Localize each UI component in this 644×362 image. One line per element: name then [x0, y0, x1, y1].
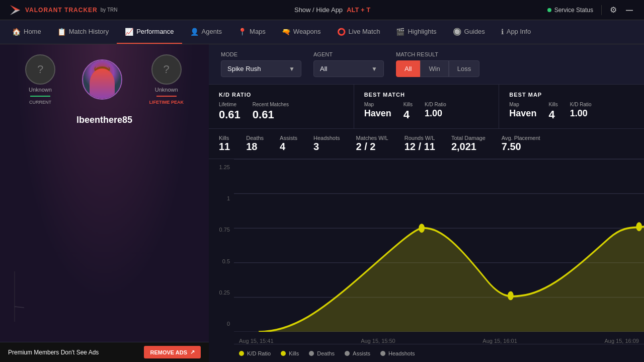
stats-cards: K/D RATIO Lifetime 0.61 Recent Matches 0… [209, 85, 644, 129]
nav-maps[interactable]: 📍 Maps [230, 20, 274, 44]
best-map-kd-col: K/D Ratio 1.00 [570, 102, 592, 121]
mode-filter-label: Mode [221, 51, 301, 57]
mode-filter-group: Mode Spike Rush ▼ [221, 51, 301, 77]
legend-assists-dot [345, 351, 350, 356]
y-label-05: 0.5 [213, 258, 230, 264]
legend-deaths: Deaths [309, 350, 335, 356]
result-all-button[interactable]: All [396, 60, 420, 77]
nav-weapons[interactable]: 🔫 Weapons [274, 20, 329, 44]
service-status: Service Status [547, 7, 593, 14]
result-win-button[interactable]: Win [420, 60, 448, 77]
valorant-logo-icon [8, 3, 22, 17]
best-map-row: Map Haven Kills 4 K/D Ratio 1.00 [509, 102, 634, 121]
kills-value: 11 [219, 141, 230, 153]
brand-sub: by TRN [101, 7, 118, 13]
assists-stat: Assists 4 [280, 135, 297, 153]
nav-home[interactable]: 🏠 Home [4, 20, 49, 44]
best-match-kills-label: Kills [404, 102, 413, 107]
svg-marker-0 [10, 5, 20, 10]
settings-icon[interactable]: ⚙ [610, 5, 617, 15]
best-match-map-label: Map [364, 102, 391, 107]
player-avatar [82, 59, 122, 100]
svg-line-11 [15, 307, 24, 308]
best-map-kills-label: Kills [548, 102, 557, 107]
kd-recent-label: Recent Matches [253, 102, 289, 107]
left-panel: ? Unknown CURRENT [0, 44, 209, 362]
summary-stats: Kills 11 Deaths 18 Assists 4 Headshots 3… [209, 129, 644, 159]
mode-select[interactable]: Spike Rush ▼ [221, 60, 301, 77]
x-label-1: Aug 15, 15:41 [239, 338, 274, 344]
lifetime-peak-badge: ? Unknown LIFETIME PEAK [149, 54, 184, 105]
legend-kills: Kills [281, 350, 299, 356]
maps-icon: 📍 [238, 28, 247, 36]
player-avatar-container [82, 59, 122, 100]
total-damage-value: 2,021 [451, 141, 486, 153]
chart-y-axis: 1.25 1 0.75 0.5 0.25 0 [209, 159, 234, 332]
best-match-map-col: Map Haven [364, 102, 391, 121]
nav-match-history[interactable]: 📋 Match History [49, 20, 117, 44]
current-rank-circle: ? [25, 54, 55, 85]
agent-filter-group: Agent All ▼ [313, 51, 384, 77]
current-rank-badge: ? Unknown CURRENT [25, 54, 55, 105]
deaths-stat: Deaths 18 [246, 135, 264, 153]
main-content: ? Unknown CURRENT [0, 44, 644, 362]
minimize-button[interactable]: — [623, 5, 636, 15]
svg-point-3 [91, 86, 113, 99]
nav-agents[interactable]: 👤 Agents [182, 20, 230, 44]
legend-kills-dot [281, 351, 286, 356]
deaths-label: Deaths [246, 135, 264, 141]
best-map-map-value: Haven [509, 108, 536, 119]
nav-app-info[interactable]: ℹ App Info [493, 20, 539, 44]
weapons-icon: 🔫 [282, 28, 290, 36]
y-label-025: 0.25 [213, 289, 230, 296]
best-match-kills-col: Kills 4 [404, 102, 413, 121]
lifetime-peak-label: Unknown [155, 87, 178, 93]
current-rank-sub: CURRENT [29, 100, 51, 105]
agent-dropdown-arrow: ▼ [371, 65, 377, 73]
kd-lifetime-col: Lifetime 0.61 [219, 102, 240, 121]
hotkey-label: ALT + T [347, 6, 370, 14]
avg-placement-stat: Avg. Placement 7.50 [502, 135, 540, 153]
headshots-stat: Headshots 3 [313, 135, 340, 153]
avg-placement-label: Avg. Placement [502, 135, 540, 141]
legend-kd-ratio-dot [239, 351, 244, 356]
external-link-icon: ↗ [190, 349, 195, 355]
ad-bar: Premium Members Don't See Ads REMOVE ADS… [0, 342, 209, 362]
app-info-icon: ℹ [501, 28, 504, 36]
lifetime-peak-circle: ? [151, 54, 182, 85]
match-result-filter-group: Match Result All Win Loss [396, 51, 479, 77]
assists-value: 4 [280, 141, 297, 153]
result-loss-button[interactable]: Loss [449, 60, 479, 77]
legend-headshots: Headshots [380, 350, 415, 356]
best-map-kills-value: 4 [548, 108, 557, 121]
brand-name: VALORANT TRACKER [25, 7, 98, 14]
total-damage-stat: Total Damage 2,021 [451, 135, 486, 153]
best-match-title: BEST MATCH [364, 92, 489, 98]
show-hide-label: Show / Hide App ALT + T [294, 6, 370, 14]
nav-guides[interactable]: 🔘 Guides [445, 20, 493, 44]
assists-label: Assists [280, 135, 297, 141]
x-label-2: Aug 15, 15:50 [361, 338, 395, 344]
rounds-wl-value: 12 / 11 [405, 141, 435, 153]
status-indicator [547, 8, 551, 12]
kills-label: Kills [219, 135, 230, 141]
current-rank-underline [30, 96, 50, 97]
rounds-wl-stat: Rounds W/L 12 / 11 [405, 135, 435, 153]
nav-live-match[interactable]: ⭕ Live Match [329, 20, 388, 44]
avatar-art [83, 60, 121, 99]
best-map-card: BEST MAP Map Haven Kills 4 K/D Ratio 1.0… [499, 85, 644, 128]
match-history-icon: 📋 [57, 28, 66, 36]
svg-point-8 [104, 75, 107, 77]
svg-point-9 [105, 75, 106, 77]
best-match-kd-value: 1.00 [425, 108, 446, 119]
nav-highlights[interactable]: 🎬 Highlights [388, 20, 444, 44]
chart-svg-area [234, 159, 644, 332]
agent-select[interactable]: All ▼ [313, 60, 384, 77]
kills-stat: Kills 11 [219, 135, 230, 153]
topbar: VALORANT TRACKER by TRN Show / Hide App … [0, 0, 644, 20]
remove-ads-button[interactable]: REMOVE ADS ↗ [144, 346, 201, 358]
legend-assists: Assists [345, 350, 370, 356]
navbar: 🏠 Home 📋 Match History 📈 Performance 👤 A… [0, 20, 644, 44]
nav-performance[interactable]: 📈 Performance [117, 20, 182, 44]
rank-display: ? Unknown CURRENT [10, 54, 199, 105]
